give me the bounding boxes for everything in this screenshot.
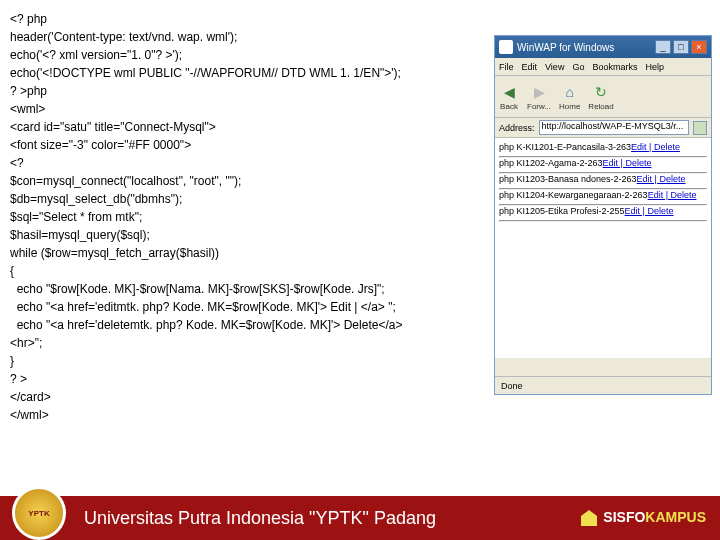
code-line: $con=mysql_connect("localhost", "root", … [10, 172, 490, 190]
home-icon: ⌂ [560, 82, 580, 102]
code-line: { [10, 262, 490, 280]
code-line: echo('<? xml version="1. 0"? >'); [10, 46, 490, 64]
maximize-button[interactable]: □ [673, 40, 689, 54]
item-text: php KI1205-Etika Profesi-2-255 [499, 206, 625, 216]
list-item: php KI1202-Agama-2-263Edit | Delete [499, 158, 707, 168]
statusbar: Done [495, 376, 711, 394]
code-line: echo "<a href='editmtk. php? Kode. MK=$r… [10, 298, 490, 316]
edit-delete-link[interactable]: Edit | Delete [625, 206, 674, 216]
university-name: Universitas Putra Indonesia "YPTK" Padan… [84, 508, 579, 529]
list-item: php KI1204-Kewarganegaraan-2-263Edit | D… [499, 190, 707, 200]
winwap-window: WinWAP for Windows _ □ × File Edit View … [494, 35, 712, 395]
code-line: $hasil=mysql_query($sql); [10, 226, 490, 244]
item-text: php KI1203-Banasa ndones-2-263 [499, 174, 637, 184]
close-button[interactable]: × [691, 40, 707, 54]
list-item: php K-KI1201-E-Pancasila-3-263Edit | Del… [499, 142, 707, 152]
code-line: echo "$row[Kode. MK]-$row[Nama. MK]-$row… [10, 280, 490, 298]
code-line: while ($row=mysql_fetch_array($hasil)) [10, 244, 490, 262]
list-item: php KI1203-Banasa ndones-2-263Edit | Del… [499, 174, 707, 184]
reload-label: Reload [588, 102, 613, 111]
minimize-button[interactable]: _ [655, 40, 671, 54]
code-line: echo "<a href='deletemtk. php? Kode. MK=… [10, 316, 490, 334]
menu-view[interactable]: View [545, 62, 564, 72]
address-label: Address: [499, 123, 535, 133]
forward-button[interactable]: ▶ Forw... [527, 82, 551, 111]
footer-banner: YPTK Universitas Putra Indonesia "YPTK" … [0, 496, 720, 540]
home-label: Home [559, 102, 580, 111]
code-line: <card id="satu" title="Connect-Mysql"> [10, 118, 490, 136]
edit-delete-link[interactable]: Edit | Delete [637, 174, 686, 184]
menu-edit[interactable]: Edit [522, 62, 538, 72]
edit-delete-link[interactable]: Edit | Delete [603, 158, 652, 168]
code-line: $db=mysql_select_db("dbmhs"); [10, 190, 490, 208]
menu-file[interactable]: File [499, 62, 514, 72]
back-icon: ◀ [499, 82, 519, 102]
app-icon [499, 40, 513, 54]
university-logo: YPTK [12, 486, 66, 540]
window-title: WinWAP for Windows [517, 42, 653, 53]
forward-label: Forw... [527, 102, 551, 111]
code-line: $sql="Select * from mtk"; [10, 208, 490, 226]
menu-go[interactable]: Go [572, 62, 584, 72]
code-line: echo('<!DOCTYPE wml PUBLIC "-//WAPFORUM/… [10, 64, 490, 82]
forward-icon: ▶ [529, 82, 549, 102]
toolbar: ◀ Back ▶ Forw... ⌂ Home ↻ Reload [495, 76, 711, 118]
sisfokampus-brand: SISFOKAMPUS [579, 508, 706, 528]
titlebar[interactable]: WinWAP for Windows _ □ × [495, 36, 711, 58]
code-line: header('Content-type: text/vnd. wap. wml… [10, 28, 490, 46]
item-text: php K-KI1201-E-Pancasila-3-263 [499, 142, 631, 152]
home-button[interactable]: ⌂ Home [559, 82, 580, 111]
code-line: <? php [10, 10, 490, 28]
kampus-text: KAMPUS [645, 509, 706, 525]
svg-rect-0 [581, 516, 597, 526]
code-line: <hr>"; [10, 334, 490, 352]
browser-content: php K-KI1201-E-Pancasila-3-263Edit | Del… [495, 138, 711, 358]
item-text: php KI1202-Agama-2-263 [499, 158, 603, 168]
code-line: </wml> [10, 406, 490, 424]
menu-help[interactable]: Help [645, 62, 664, 72]
sisfo-text: SISFO [603, 509, 645, 525]
go-icon[interactable] [693, 121, 707, 135]
code-line: <font size="-3" color="#FF 0000"> [10, 136, 490, 154]
code-line: } [10, 352, 490, 370]
address-input[interactable]: http://localhost/WAP-E-MYSQL3/r... [539, 120, 689, 135]
code-line: ? >php [10, 82, 490, 100]
edit-delete-link[interactable]: Edit | Delete [631, 142, 680, 152]
menu-bookmarks[interactable]: Bookmarks [592, 62, 637, 72]
reload-button[interactable]: ↻ Reload [588, 82, 613, 111]
code-line: <? [10, 154, 490, 172]
code-line: </card> [10, 388, 490, 406]
php-code-block: <? php header('Content-type: text/vnd. w… [10, 10, 490, 424]
back-button[interactable]: ◀ Back [499, 82, 519, 111]
reload-icon: ↻ [591, 82, 611, 102]
item-text: php KI1204-Kewarganegaraan-2-263 [499, 190, 648, 200]
menubar: File Edit View Go Bookmarks Help [495, 58, 711, 76]
code-line: <wml> [10, 100, 490, 118]
code-line: ? > [10, 370, 490, 388]
status-text: Done [501, 381, 523, 391]
slide: <? php header('Content-type: text/vnd. w… [0, 0, 720, 540]
back-label: Back [500, 102, 518, 111]
sisfo-icon [579, 508, 599, 528]
address-row: Address: http://localhost/WAP-E-MYSQL3/r… [495, 118, 711, 138]
list-item: php KI1205-Etika Profesi-2-255Edit | Del… [499, 206, 707, 216]
edit-delete-link[interactable]: Edit | Delete [648, 190, 697, 200]
